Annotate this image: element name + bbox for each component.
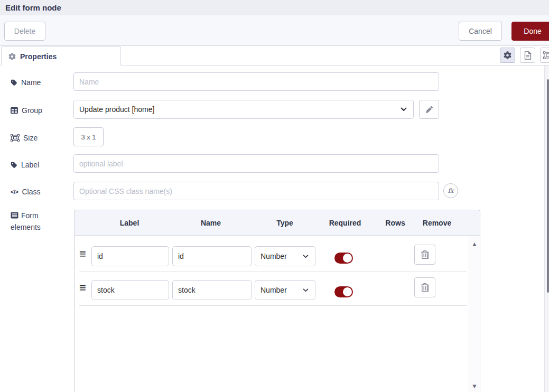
group-field-label: Group <box>11 105 42 116</box>
row-divider <box>79 305 467 306</box>
element-type-select[interactable]: Number <box>255 246 315 266</box>
gear-icon <box>504 51 511 59</box>
chevron-down-icon <box>303 288 309 292</box>
element-name-input[interactable] <box>172 280 252 300</box>
column-header-type: Type <box>276 210 293 236</box>
label-input[interactable] <box>73 154 439 173</box>
tag-icon <box>11 79 17 86</box>
drag-handle-icon[interactable]: ≡ <box>79 248 86 260</box>
label-field-label: Label <box>11 160 39 170</box>
delete-button[interactable]: Delete <box>4 22 45 41</box>
form-elements-table-header: Label Name Type Required Rows Remove <box>75 210 480 236</box>
tag-icon <box>11 162 17 169</box>
list-icon <box>11 212 18 219</box>
chevron-down-icon <box>401 107 407 111</box>
form-elements-field-label: Form elements <box>11 210 59 233</box>
element-name-input[interactable] <box>172 246 252 266</box>
code-icon: </> <box>11 189 18 195</box>
element-type-select[interactable]: Number <box>255 280 315 300</box>
description-button[interactable] <box>520 48 535 63</box>
table-icon <box>11 107 18 114</box>
form-elements-table: Label Name Type Required Rows Remove ≡ N… <box>75 210 480 392</box>
group-select-value: Update product [home] <box>79 105 154 114</box>
required-toggle[interactable] <box>334 286 353 297</box>
trash-icon <box>421 250 429 259</box>
tab-properties-label: Properties <box>20 52 57 61</box>
column-header-required: Required <box>329 210 361 236</box>
remove-element-button[interactable] <box>414 245 435 265</box>
appearance-button[interactable] <box>540 48 549 63</box>
document-icon <box>524 51 532 60</box>
dialog-toolbar: Delete Cancel Done <box>0 15 549 46</box>
object-group-icon <box>543 51 549 59</box>
size-button[interactable]: 3 x 1 <box>73 127 104 146</box>
gear-icon <box>8 53 16 60</box>
remove-element-button[interactable] <box>414 277 435 297</box>
chevron-down-icon <box>303 255 309 258</box>
name-input[interactable] <box>73 72 439 91</box>
tab-bar: Properties <box>0 46 549 66</box>
column-header-rows: Rows <box>385 210 405 236</box>
scroll-up-icon[interactable]: ▲ <box>469 240 480 248</box>
cancel-button[interactable]: Cancel <box>459 22 502 41</box>
class-input[interactable] <box>73 182 439 200</box>
class-field-label: </> Class <box>11 186 40 197</box>
pencil-icon <box>426 106 433 113</box>
edit-group-button[interactable] <box>419 100 439 119</box>
column-header-label: Label <box>120 210 139 236</box>
done-button[interactable]: Done <box>511 22 549 41</box>
trash-icon <box>421 283 429 292</box>
table-scrollbar[interactable]: ▲ ▼ <box>469 236 480 392</box>
dialog-title: Edit form node <box>0 0 549 15</box>
tab-properties[interactable]: Properties <box>1 46 121 66</box>
panel-scrollbar-thumb[interactable] <box>547 79 549 293</box>
row-divider <box>79 272 467 272</box>
class-expression-button[interactable]: fx <box>443 183 458 198</box>
name-field-label: Name <box>11 77 41 88</box>
column-header-name: Name <box>201 210 221 236</box>
element-label-input[interactable] <box>91 246 169 266</box>
drag-handle-icon[interactable]: ≡ <box>79 282 86 294</box>
properties-gear-button[interactable] <box>500 48 515 63</box>
group-select[interactable]: Update product [home] <box>73 100 414 119</box>
object-group-icon <box>11 134 20 142</box>
scroll-down-icon[interactable]: ▼ <box>469 382 480 390</box>
element-label-input[interactable] <box>91 280 169 300</box>
edit-form-node-dialog: Edit form node Delete Cancel Done Proper… <box>0 0 549 392</box>
column-header-remove: Remove <box>423 210 451 236</box>
size-field-label: Size <box>11 133 38 143</box>
required-toggle[interactable] <box>334 253 353 264</box>
